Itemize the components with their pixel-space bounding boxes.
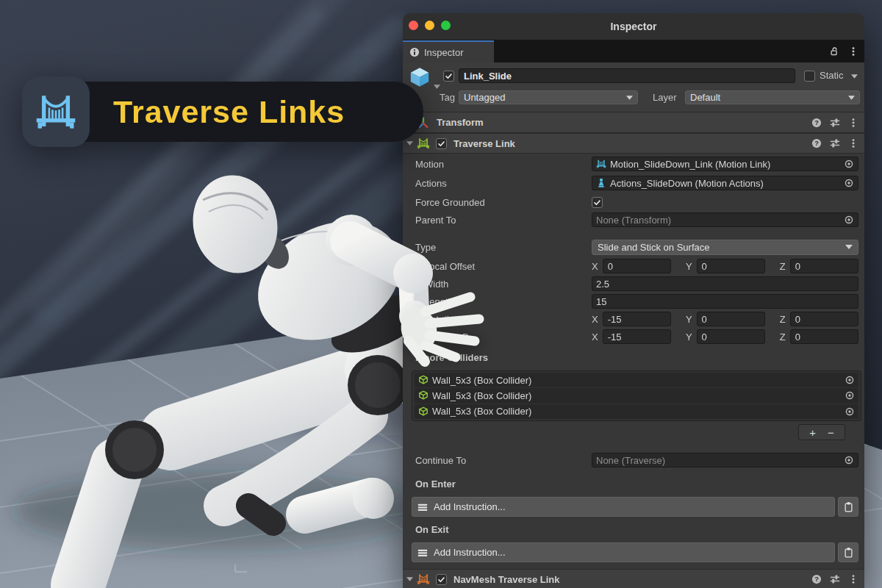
help-icon[interactable]: [811, 574, 822, 584]
object-picker-icon[interactable]: [845, 375, 855, 385]
force-grounded-checkbox[interactable]: [592, 197, 603, 208]
local-offset-y-input[interactable]: 0: [697, 259, 765, 273]
axis-x-label: X: [592, 261, 598, 272]
gameobject-active-checkbox[interactable]: [443, 71, 454, 82]
local-offset-z-input[interactable]: 0: [790, 259, 858, 273]
check-icon: [445, 72, 453, 80]
motion-actions-icon: [596, 178, 606, 188]
lock-icon[interactable]: [829, 46, 839, 57]
chevron-down-icon: [626, 96, 633, 100]
list-add-remove-buttons: + −: [798, 424, 845, 440]
object-picker-icon[interactable]: [845, 406, 855, 417]
on-exit-paste-button[interactable]: [838, 542, 858, 562]
rotation-b-y-input[interactable]: 0: [697, 329, 765, 344]
width-row: Width 2.5: [415, 276, 858, 292]
axis-y-label: Y: [686, 314, 692, 325]
kebab-menu-icon[interactable]: [848, 138, 858, 148]
type-label: Type: [415, 242, 592, 253]
rotation-b-x-input[interactable]: -15: [603, 329, 671, 344]
presets-icon[interactable]: [830, 138, 840, 148]
type-row: Type Slide and Stick on Surface: [415, 239, 858, 255]
layer-label: Layer: [653, 92, 677, 103]
static-dropdown-icon[interactable]: [851, 74, 858, 79]
rotation-a-y-input[interactable]: 0: [697, 312, 765, 326]
hamburger-icon: [417, 548, 428, 558]
rotation-a-x-input[interactable]: -15: [603, 312, 671, 326]
kebab-menu-icon[interactable]: [848, 118, 858, 128]
motion-label: Motion: [415, 159, 592, 170]
actions-label: Actions: [415, 178, 592, 189]
navmesh-traverse-link-header[interactable]: NavMesh Traverse Link: [403, 569, 864, 588]
rotation-a-z-input[interactable]: 0: [790, 312, 858, 326]
ignore-colliders-list: Wall_5x3 (Box Collider) Wall_5x3 (Box Co…: [412, 370, 861, 421]
object-picker-icon[interactable]: [844, 159, 854, 169]
local-offset-x-input[interactable]: 0: [603, 259, 671, 273]
layer-dropdown[interactable]: Default: [685, 90, 860, 104]
collider-list-item[interactable]: Wall_5x3 (Box Collider): [415, 404, 858, 419]
help-icon[interactable]: [811, 138, 822, 148]
remove-item-button[interactable]: −: [828, 427, 834, 438]
on-exit-label: On Exit: [415, 524, 449, 535]
object-picker-icon[interactable]: [845, 390, 855, 401]
continue-to-object-field[interactable]: None (Traverse): [592, 453, 858, 467]
motion-row: Motion Motion_SlideDown_Link (Motion Lin…: [415, 156, 858, 172]
length-row: Length 15: [415, 293, 858, 309]
clipboard-icon: [843, 547, 854, 558]
navmesh-title: NavMesh Traverse Link: [453, 574, 560, 585]
on-exit-add-instruction[interactable]: Add Instruction...: [412, 542, 835, 562]
axis-x-label: X: [592, 314, 598, 325]
clipboard-icon: [843, 501, 854, 512]
type-dropdown[interactable]: Slide and Stick on Surface: [592, 240, 858, 255]
traverse-link-component-header[interactable]: Traverse Link: [403, 133, 864, 154]
rotation-b-z-input[interactable]: 0: [790, 329, 858, 344]
window-titlebar: Inspector: [403, 13, 864, 40]
window-title: Inspector: [403, 13, 864, 40]
on-enter-paste-button[interactable]: [838, 497, 858, 517]
on-enter-add-instruction[interactable]: Add Instruction...: [412, 497, 835, 517]
actions-object-field[interactable]: Actions_SlideDown (Motion Actions): [592, 176, 858, 190]
tab-inspector[interactable]: Inspector: [403, 40, 494, 62]
tag-dropdown[interactable]: Untagged: [459, 90, 638, 104]
axis-x-label: X: [592, 331, 598, 343]
static-label: Static: [820, 70, 844, 81]
length-input[interactable]: 15: [592, 294, 858, 309]
parent-to-object-field[interactable]: None (Transform): [592, 212, 858, 227]
force-grounded-row: Force Grounded: [415, 194, 858, 210]
force-grounded-label: Force Grounded: [415, 197, 592, 208]
gameobject-foldout-icon[interactable]: [434, 85, 440, 89]
gameobject-header: Link_Slide Static Tag Untagged Layer Def…: [403, 62, 864, 112]
traverse-link-enabled-checkbox[interactable]: [436, 138, 447, 149]
motion-link-icon: [596, 159, 606, 169]
screenshot-stage: ?: [0, 0, 882, 588]
local-offset-row: Local Offset X 0 Y 0 Z 0: [415, 258, 858, 274]
static-checkbox[interactable]: [804, 71, 815, 82]
presets-icon[interactable]: [830, 118, 840, 128]
help-icon[interactable]: [811, 118, 822, 128]
collider-list-item[interactable]: Wall_5x3 (Box Collider): [415, 388, 858, 403]
box-collider-icon: [418, 390, 429, 401]
length-label: Length: [415, 296, 592, 307]
navmesh-enabled-checkbox[interactable]: [436, 574, 447, 585]
object-picker-icon[interactable]: [844, 178, 854, 188]
object-picker-icon[interactable]: [844, 215, 854, 225]
banner-icon-tile: [22, 76, 90, 147]
motion-object-field[interactable]: Motion_SlideDown_Link (Motion Link): [592, 157, 858, 171]
traverse-link-title: Traverse Link: [453, 138, 515, 149]
foldout-icon[interactable]: [406, 577, 413, 581]
kebab-menu-icon[interactable]: [848, 574, 858, 584]
gameobject-name-input[interactable]: Link_Slide: [459, 68, 795, 83]
width-input[interactable]: 2.5: [592, 276, 858, 291]
collider-list-item[interactable]: Wall_5x3 (Box Collider): [415, 373, 858, 387]
rotation-b-label: Rotation B: [415, 331, 592, 343]
transform-component-header[interactable]: Transform: [403, 112, 864, 133]
banner-title: Traverse Links: [113, 82, 345, 142]
chevron-down-icon: [845, 245, 853, 249]
object-picker-icon[interactable]: [844, 455, 854, 465]
kebab-menu-icon[interactable]: [848, 46, 858, 57]
presets-icon[interactable]: [830, 574, 840, 584]
axis-y-label: Y: [686, 331, 692, 343]
hamburger-icon: [417, 502, 428, 512]
rotation-b-row: Rotation B X -15 Y 0 Z 0: [415, 329, 858, 345]
tab-label: Inspector: [424, 47, 463, 58]
add-item-button[interactable]: +: [809, 427, 816, 438]
